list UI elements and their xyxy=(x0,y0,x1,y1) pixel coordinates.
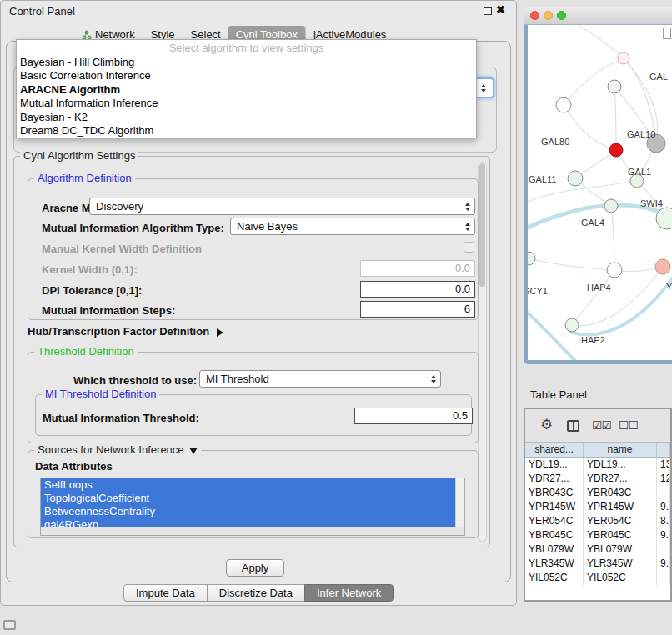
control-panel-titlebar[interactable]: Control Panel ✖ xyxy=(1,1,516,21)
manual-kernel-checkbox[interactable] xyxy=(464,242,474,252)
select-all-checkboxes-icon[interactable]: ☑☑ xyxy=(592,418,611,432)
network-scrollbar-fragment[interactable] xyxy=(663,28,671,39)
mi-threshold-field[interactable]: 0.5 xyxy=(354,408,473,424)
table-panel-window: ⚙ ☑☑ ☐☐ shared... name YDL19... YDL19...… xyxy=(524,408,672,602)
hub-section-toggle[interactable]: Hub/Transcription Factor Definition xyxy=(28,325,223,338)
mi-steps-label: Mutual Information Steps: xyxy=(42,304,175,317)
group-title: MI Threshold Definition xyxy=(42,388,159,400)
algorithm-dropdown-popup: Select algorithm to view settings Bayesi… xyxy=(16,39,477,138)
settings-scrollbar[interactable] xyxy=(478,162,487,542)
node-gal11[interactable] xyxy=(568,171,583,186)
window-icon[interactable] xyxy=(3,620,16,630)
table-row[interactable]: YIL052C YIL052C xyxy=(525,571,670,585)
dropdown-item-bayesian-hill-climbing[interactable]: Bayesian - Hill Climbing xyxy=(17,56,476,69)
dpi-tolerance-field[interactable]: 0.0 xyxy=(360,281,475,298)
cell-extra: 9. xyxy=(657,557,670,571)
float-window-icon[interactable] xyxy=(484,8,492,15)
attribute-item-betweennesscentrality[interactable]: BetweennessCentrality xyxy=(41,505,455,518)
kernel-width-field[interactable]: 0.0 xyxy=(360,260,475,277)
cell-shared-name: YBR043C xyxy=(525,486,584,500)
node-gal10[interactable] xyxy=(609,143,623,157)
cell-extra xyxy=(657,486,670,500)
node-label: GAL11 xyxy=(529,174,556,184)
attribute-item-topologicalcoefficient[interactable]: TopologicalCoefficient xyxy=(41,492,455,505)
apply-button[interactable]: Apply xyxy=(226,559,284,577)
cell-extra: 9. xyxy=(657,500,670,514)
combo-value: Discovery xyxy=(96,198,143,214)
table-row[interactable]: YDL19... YDL19... 13 xyxy=(525,458,670,472)
close-icon[interactable]: ✖ xyxy=(496,3,505,16)
attributes-vertical-scrollbar[interactable] xyxy=(455,478,464,527)
cell-name: YBR043C xyxy=(584,486,657,500)
table-row[interactable]: YLR345W YLR345W 9. xyxy=(525,557,670,571)
node-gcy1[interactable] xyxy=(528,252,535,265)
table-row[interactable]: YBR045C YBR045C 9. xyxy=(525,528,670,542)
node-gal80[interactable] xyxy=(556,98,571,112)
scrollbar-thumb[interactable] xyxy=(479,163,485,287)
cell-name: YBL079W xyxy=(584,542,657,557)
combo-arrows-icon xyxy=(465,198,470,214)
mi-type-combo[interactable]: Naive Bayes xyxy=(230,218,475,235)
deselect-all-checkboxes-icon[interactable]: ☐☐ xyxy=(619,418,638,432)
node-label: Y xyxy=(666,282,672,292)
cell-name: YBR045C xyxy=(584,528,657,542)
attribute-item-selfloops[interactable]: SelfLoops xyxy=(41,478,455,492)
node-label: HAP2 xyxy=(581,335,605,345)
table-body: YDL19... YDL19... 13 YDR27... YDR27... 1… xyxy=(525,458,670,600)
table-toolbar: ⚙ ☑☑ ☐☐ xyxy=(525,409,670,442)
cyni-toolbox-panel: Select algorithm to view settings Bayesi… xyxy=(6,41,511,582)
node-hap4[interactable] xyxy=(607,262,622,278)
node-y[interactable] xyxy=(655,259,670,274)
column-header-extra[interactable] xyxy=(657,442,670,457)
dropdown-item-bayesian-k2[interactable]: Bayesian - K2 xyxy=(17,111,476,124)
node-label: GAL xyxy=(649,72,668,82)
cell-shared-name: YBR045C xyxy=(525,528,584,542)
maximize-traffic-light[interactable] xyxy=(557,11,566,20)
dropdown-item-mutual-information[interactable]: Mutual Information Inference xyxy=(17,97,476,110)
attributes-horizontal-scrollbar[interactable] xyxy=(41,527,464,535)
node-label: HAP4 xyxy=(587,282,611,292)
network-window-titlebar[interactable] xyxy=(524,7,672,25)
tab-impute-data[interactable]: Impute Data xyxy=(123,584,208,602)
node-gal4[interactable] xyxy=(604,199,618,212)
mi-threshold-label: Mutual Information Threshold: xyxy=(43,412,199,424)
columns-icon[interactable] xyxy=(567,420,579,432)
mi-steps-field[interactable]: 6 xyxy=(360,301,475,318)
table-row[interactable]: YDR27... YDR27... 12 xyxy=(525,472,670,486)
group-title: Threshold Definition xyxy=(34,345,138,358)
tab-infer-network[interactable]: Infer Network xyxy=(304,584,394,602)
cell-name: YER054C xyxy=(584,514,657,528)
column-header-name[interactable]: name xyxy=(584,442,657,457)
dropdown-item-basic-correlation[interactable]: Basic Correlation Inference xyxy=(17,69,476,82)
gear-icon[interactable]: ⚙ xyxy=(540,416,553,433)
table-row[interactable]: YBL079W YBL079W xyxy=(525,542,670,557)
which-threshold-combo[interactable]: MI Threshold xyxy=(199,370,441,388)
algorithm-definition-group: Algorithm Definition Aracne Mode: Discov… xyxy=(28,178,479,320)
manual-kernel-label: Manual Kernel Width Definition xyxy=(42,242,202,255)
dropdown-item-dream8[interactable]: Dream8 DC_TDC Algorithm xyxy=(17,124,476,138)
tab-discretize-data[interactable]: Discretize Data xyxy=(207,584,305,602)
cell-name: YDR27... xyxy=(584,472,657,486)
node[interactable] xyxy=(608,80,621,93)
dropdown-prompt: Select algorithm to view settings xyxy=(17,42,476,56)
column-header-shared-name[interactable]: shared... xyxy=(525,442,584,457)
node-hap2[interactable] xyxy=(565,318,579,332)
aracne-mode-combo[interactable]: Discovery xyxy=(89,198,475,215)
cell-extra: 9. xyxy=(657,528,670,542)
minimize-traffic-light[interactable] xyxy=(544,11,553,20)
close-traffic-light[interactable] xyxy=(530,11,539,20)
node[interactable] xyxy=(618,52,629,64)
cell-extra xyxy=(657,542,670,557)
table-row[interactable]: YER054C YER054C 8. xyxy=(525,514,670,528)
node-label: GAL10 xyxy=(627,129,655,139)
table-row[interactable]: YPR145W YPR145W 9. xyxy=(525,500,670,514)
sources-toggle[interactable]: Sources for Network Inference xyxy=(34,443,201,456)
attribute-item-gal4rgexp[interactable]: gal4RGexp xyxy=(41,518,455,527)
dropdown-item-aracne[interactable]: ARACNE Algorithm xyxy=(17,83,476,97)
network-canvas[interactable]: GAL GAL80 GAL10 GAL11 GAL1 SWI4 GAL4 GCY… xyxy=(528,25,672,360)
group-title: Algorithm Definition xyxy=(34,172,135,184)
combo-up-arrow-icon xyxy=(481,84,486,88)
table-row[interactable]: YBR043C YBR043C xyxy=(525,486,670,500)
columns-icon-divider xyxy=(573,422,574,430)
node-label: GAL80 xyxy=(541,137,569,147)
